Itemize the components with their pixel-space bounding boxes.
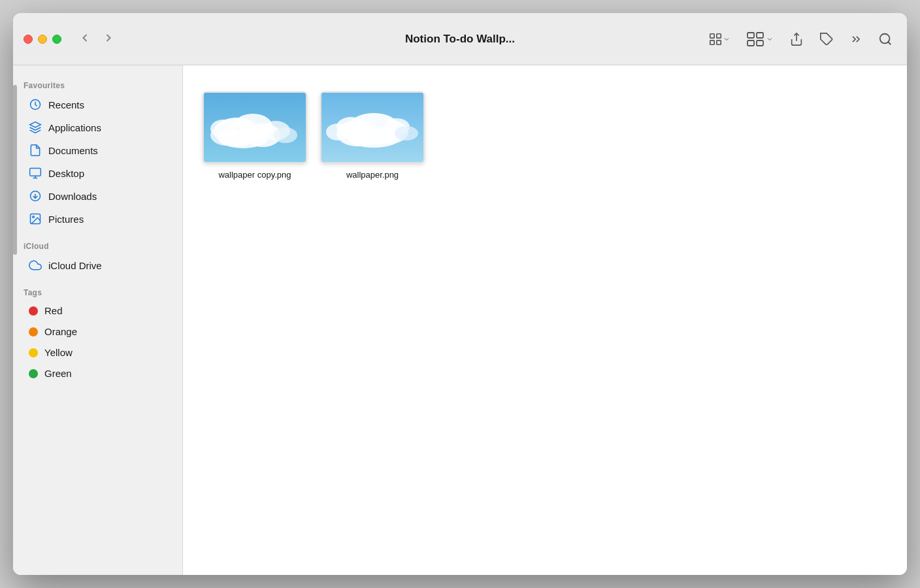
sidebar-item-documents[interactable]: Documents xyxy=(18,139,177,161)
tag-button[interactable] xyxy=(815,28,838,50)
file-item-wallpaper[interactable]: wallpaper.png xyxy=(320,85,425,188)
svg-point-10 xyxy=(880,33,890,43)
sidebar-item-label: Pictures xyxy=(48,214,84,225)
sidebar-item-pictures[interactable]: Pictures xyxy=(18,208,177,230)
sidebar-item-icloud-drive[interactable]: iCloud Drive xyxy=(18,254,177,276)
minimize-button[interactable] xyxy=(38,35,47,44)
traffic-lights xyxy=(24,35,61,44)
svg-point-26 xyxy=(210,120,237,138)
sidebar-item-tag-green[interactable]: Green xyxy=(18,363,177,384)
window-title: Notion To-do Wallp... xyxy=(405,33,515,46)
sidebar-item-label: Yellow xyxy=(44,347,73,358)
svg-point-37 xyxy=(326,123,350,140)
svg-rect-4 xyxy=(748,33,754,38)
sidebar-scrollbar[interactable] xyxy=(13,85,17,255)
nav-buttons xyxy=(74,29,119,49)
file-thumbnail-wallpaper xyxy=(320,91,425,163)
sidebar-item-label: Green xyxy=(44,368,72,379)
tag-dot-red xyxy=(29,306,38,316)
sidebar-item-desktop[interactable]: Desktop xyxy=(18,162,177,184)
tags-label: Tags xyxy=(13,283,182,300)
svg-point-19 xyxy=(33,216,35,218)
svg-rect-3 xyxy=(717,40,721,44)
sidebar-item-tag-red[interactable]: Red xyxy=(18,301,177,321)
sidebar-item-label: Red xyxy=(44,305,63,316)
back-button[interactable] xyxy=(74,29,95,49)
tag-dot-yellow xyxy=(29,348,38,357)
file-name: wallpaper.png xyxy=(346,170,399,181)
svg-point-36 xyxy=(395,126,418,140)
sidebar-item-downloads[interactable]: Downloads xyxy=(18,185,177,207)
finder-window: Notion To-do Wallp... xyxy=(13,13,907,575)
icloud-label: iCloud xyxy=(13,237,182,253)
sidebar-item-label: Applications xyxy=(48,122,101,133)
tag-dot-green xyxy=(29,369,38,378)
sidebar-item-label: Orange xyxy=(44,326,77,337)
sidebar-item-label: Documents xyxy=(48,145,98,156)
sidebar-item-label: Downloads xyxy=(48,191,97,202)
maximize-button[interactable] xyxy=(52,35,61,44)
more-button[interactable] xyxy=(846,29,866,50)
share-button[interactable] xyxy=(785,28,808,50)
file-thumbnail-wallpaper-copy xyxy=(203,91,307,163)
svg-point-28 xyxy=(274,127,297,143)
main-area: Favourites Recents Applications xyxy=(13,65,907,575)
svg-rect-2 xyxy=(710,40,714,44)
sidebar-item-recents[interactable]: Recents xyxy=(18,93,177,116)
forward-button[interactable] xyxy=(98,29,119,49)
file-grid: wallpaper copy.png xyxy=(203,85,887,188)
sidebar-item-tag-orange[interactable]: Orange xyxy=(18,321,177,342)
titlebar-actions xyxy=(704,27,896,51)
file-name: wallpaper copy.png xyxy=(218,170,291,181)
sidebar-item-label: Recents xyxy=(48,99,84,110)
grid-view-button[interactable] xyxy=(704,28,734,50)
file-item-wallpaper-copy[interactable]: wallpaper copy.png xyxy=(203,85,307,188)
svg-rect-0 xyxy=(710,33,714,37)
svg-rect-1 xyxy=(717,33,721,37)
sidebar-item-tag-yellow[interactable]: Yellow xyxy=(18,342,177,363)
sidebar: Favourites Recents Applications xyxy=(13,65,183,575)
sidebar-item-label: Desktop xyxy=(48,168,84,179)
search-button[interactable] xyxy=(874,28,896,50)
svg-rect-7 xyxy=(757,41,763,46)
svg-rect-5 xyxy=(757,33,763,38)
content-area: wallpaper copy.png xyxy=(183,65,907,575)
favourites-label: Favourites xyxy=(13,76,182,93)
svg-rect-13 xyxy=(30,169,41,176)
close-button[interactable] xyxy=(24,35,33,44)
svg-line-11 xyxy=(888,42,891,44)
sidebar-item-applications[interactable]: Applications xyxy=(18,116,177,139)
titlebar: Notion To-do Wallp... xyxy=(13,13,907,65)
sidebar-item-label: iCloud Drive xyxy=(48,260,102,271)
svg-rect-6 xyxy=(748,41,754,46)
tag-dot-orange xyxy=(29,327,38,336)
gallery-view-button[interactable] xyxy=(742,27,778,51)
